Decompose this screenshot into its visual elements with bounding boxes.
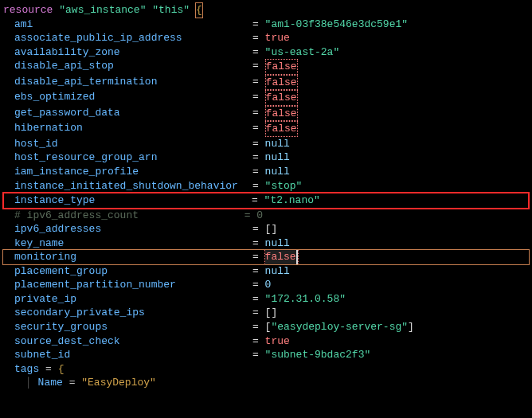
attr-key: host_resource_group_arn	[14, 150, 252, 165]
tag-entry: │ Name = "EasyDeploy"	[3, 376, 529, 390]
code-line: associate_public_ip_address= true	[3, 31, 529, 45]
attr-key: hibernation	[14, 121, 252, 137]
attr-key: associate_public_ip_address	[14, 31, 252, 45]
code-line: security_groups= ["easydeploy-server-sg"…	[3, 320, 529, 334]
code-line: host_resource_group_arn= null	[3, 150, 529, 165]
attr-key: private_ip	[14, 292, 252, 307]
attr-value: null	[265, 165, 290, 179]
code-line: availability_zone= "us-east-2a"	[3, 45, 529, 60]
attr-key: ipv6_addresses	[14, 222, 252, 236]
highlighted-line-instance-type: instance_type= "t2.nano"	[3, 193, 529, 209]
code-line: secondary_private_ips= []	[3, 306, 529, 320]
comment-line: # ipv6_address_count = 0	[3, 209, 529, 223]
code-line: ipv6_addresses= []	[3, 222, 529, 236]
code-line: hibernation= false	[3, 121, 529, 137]
attr-key: ami	[14, 18, 252, 32]
attr-value: ["easydeploy-server-sg"]	[265, 320, 414, 334]
attr-value-cursor: false	[265, 250, 298, 264]
attr-value: null	[265, 137, 290, 151]
attr-value: "subnet-9bdac2f3"	[265, 348, 371, 362]
code-line: resource "aws_instance" "this" {	[3, 3, 529, 18]
attr-value: "stop"	[265, 179, 303, 193]
attr-key: disable_api_termination	[14, 75, 252, 91]
tag-name-key: Name	[38, 376, 63, 390]
code-line: key_name= null	[3, 236, 529, 251]
attr-value: null	[265, 236, 290, 251]
code-line: subnet_id= "subnet-9bdac2f3"	[3, 348, 529, 362]
tag-name-val: "EasyDeploy"	[81, 376, 156, 390]
block-name: "this"	[152, 3, 190, 18]
attr-key: subnet_id	[14, 348, 252, 362]
attr-value: "172.31.0.58"	[265, 292, 346, 307]
attr-key: placement_partition_number	[14, 278, 252, 292]
code-line: placement_partition_number= 0	[3, 278, 529, 292]
attr-value: false	[265, 121, 298, 137]
attr-key: get_password_data	[14, 106, 252, 122]
attr-value: false	[265, 106, 298, 122]
block-type: "aws_instance"	[59, 3, 146, 18]
attr-key: iam_instance_profile	[14, 165, 252, 179]
attr-key: instance_initiated_shutdown_behavior	[14, 179, 252, 193]
attr-value: "ami-03f38e546e3dc59e1"	[265, 18, 408, 32]
attr-value: []	[265, 222, 278, 236]
attr-key: source_dest_check	[14, 334, 252, 349]
attr-key: availability_zone	[14, 45, 252, 60]
attr-value: false	[265, 90, 298, 106]
code-line: host_id= null	[3, 137, 529, 151]
keyword-resource: resource	[3, 3, 53, 18]
selected-line-monitoring: monitoring= false	[3, 250, 529, 264]
attr-value: null	[265, 150, 290, 165]
attr-value: false	[265, 75, 298, 91]
attr-key: security_groups	[14, 320, 252, 334]
code-line: private_ip= "172.31.0.58"	[3, 292, 529, 307]
attr-value: []	[265, 306, 278, 320]
code-line: instance_initiated_shutdown_behavior= "s…	[3, 179, 529, 193]
attr-value: "t2.nano"	[264, 193, 320, 208]
attr-key: placement_group	[14, 264, 252, 279]
attr-key: host_id	[14, 137, 252, 151]
code-line: disable_api_termination= false	[3, 75, 529, 91]
attr-key: secondary_private_ips	[14, 306, 252, 320]
attr-key: monitoring	[14, 250, 252, 264]
code-line: disable_api_stop= false	[3, 59, 529, 75]
code-line: source_dest_check= true	[3, 334, 529, 349]
attr-value: true	[265, 334, 290, 349]
attr-value: true	[265, 31, 290, 45]
attr-key: ebs_optimized	[14, 90, 252, 106]
attr-value: "us-east-2a"	[265, 45, 340, 60]
attr-key: key_name	[14, 236, 252, 251]
code-line: iam_instance_profile= null	[3, 165, 529, 179]
code-line: ebs_optimized= false	[3, 90, 529, 106]
attr-value: false	[265, 59, 298, 75]
brace-open: {	[196, 3, 202, 18]
code-line: placement_group= null	[3, 264, 529, 279]
attr-key: disable_api_stop	[14, 59, 252, 75]
attr-value: 0	[265, 278, 272, 292]
attr-key: instance_type	[14, 193, 252, 208]
tags-open: tags = {	[3, 362, 529, 377]
attr-value: null	[265, 264, 290, 279]
tags-key: tags	[14, 362, 39, 377]
code-line: get_password_data= false	[3, 106, 529, 122]
comment-text: # ipv6_address_count = 0	[14, 209, 263, 223]
code-line: ami= "ami-03f38e546e3dc59e1"	[3, 18, 529, 32]
